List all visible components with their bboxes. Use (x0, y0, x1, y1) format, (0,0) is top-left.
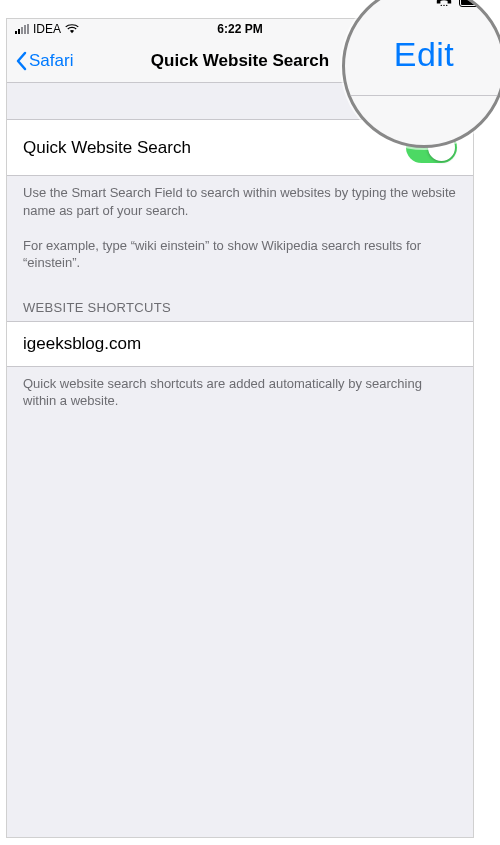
battery-icon (459, 0, 489, 7)
tty-icon (435, 0, 453, 7)
shortcut-row[interactable]: igeeksblog.com (7, 321, 473, 367)
chevron-left-icon (15, 51, 27, 71)
carrier-label: IDEA (33, 22, 61, 36)
back-button[interactable]: Safari (15, 51, 73, 71)
magnified-status-icons (435, 0, 489, 7)
status-time: 6:22 PM (217, 22, 262, 36)
magnified-edit-button[interactable]: Edit (345, 35, 500, 74)
page-title: Quick Website Search (151, 51, 329, 71)
shortcuts-header: WEBSITE SHORTCUTS (7, 286, 473, 321)
svg-point-1 (443, 5, 444, 6)
description-line-1: Use the Smart Search Field to search wit… (23, 184, 457, 219)
magnified-nav-divider (345, 95, 500, 96)
signal-icon (15, 24, 29, 34)
description-line-2: For example, type “wiki einstein” to sho… (23, 237, 457, 272)
toggle-description: Use the Smart Search Field to search wit… (7, 176, 473, 286)
shortcuts-footer: Quick website search shortcuts are added… (7, 367, 473, 424)
shortcut-domain: igeeksblog.com (23, 334, 141, 354)
status-left: IDEA (15, 22, 79, 36)
svg-point-0 (441, 5, 442, 6)
svg-point-2 (446, 5, 447, 6)
back-label: Safari (29, 51, 73, 71)
wifi-icon (65, 24, 79, 34)
toggle-label: Quick Website Search (23, 138, 191, 158)
